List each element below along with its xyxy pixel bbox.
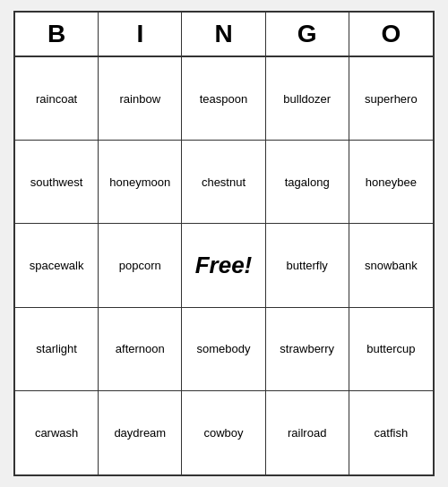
cell-popcorn: popcorn	[99, 224, 182, 307]
cell-southwest: southwest	[15, 141, 99, 224]
cell-bulldozer: bulldozer	[266, 57, 349, 141]
cell-tagalong: tagalong	[266, 141, 349, 224]
cell-honeymoon: honeymoon	[99, 141, 182, 224]
cell-snowbank: snowbank	[349, 224, 433, 307]
bingo-grid: raincoatrainbowteaspoonbulldozersuperher…	[15, 57, 433, 474]
cell-teaspoon: teaspoon	[182, 57, 265, 141]
cell-catfish: catfish	[349, 391, 433, 474]
cell-railroad: railroad	[266, 391, 349, 474]
cell-strawberry: strawberry	[266, 308, 349, 391]
bingo-header: BINGO	[15, 13, 433, 57]
cell-carwash: carwash	[15, 391, 99, 474]
header-letter-B: B	[15, 13, 99, 56]
cell-chestnut: chestnut	[182, 141, 265, 224]
cell-rainbow: rainbow	[99, 57, 182, 141]
header-letter-O: O	[349, 13, 433, 56]
cell-daydream: daydream	[99, 391, 182, 474]
cell-starlight: starlight	[15, 308, 99, 391]
header-letter-G: G	[266, 13, 349, 56]
cell-buttercup: buttercup	[349, 308, 433, 391]
header-letter-N: N	[182, 13, 265, 56]
header-letter-I: I	[99, 13, 182, 56]
cell-honeybee: honeybee	[349, 141, 433, 224]
cell-afternoon: afternoon	[99, 308, 182, 391]
cell-superhero: superhero	[349, 57, 433, 141]
free-space: Free!	[182, 224, 265, 307]
cell-cowboy: cowboy	[182, 391, 265, 474]
cell-raincoat: raincoat	[15, 57, 99, 141]
bingo-card: BINGO raincoatrainbowteaspoonbulldozersu…	[13, 11, 435, 476]
cell-spacewalk: spacewalk	[15, 224, 99, 307]
cell-somebody: somebody	[182, 308, 265, 391]
cell-butterfly: butterfly	[266, 224, 349, 307]
